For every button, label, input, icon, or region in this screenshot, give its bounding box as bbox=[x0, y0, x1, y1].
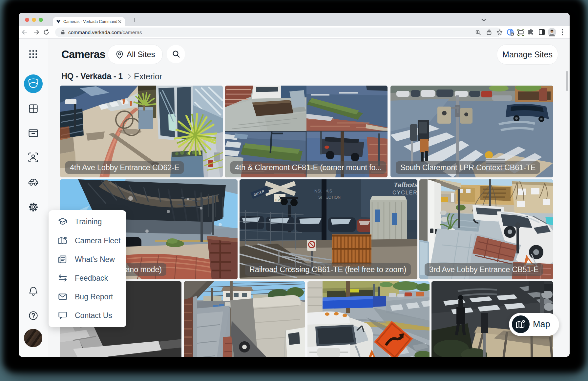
svg-text:Talbots: Talbots bbox=[394, 181, 417, 189]
svg-text:CYCLERY: CYCLERY bbox=[392, 190, 417, 195]
